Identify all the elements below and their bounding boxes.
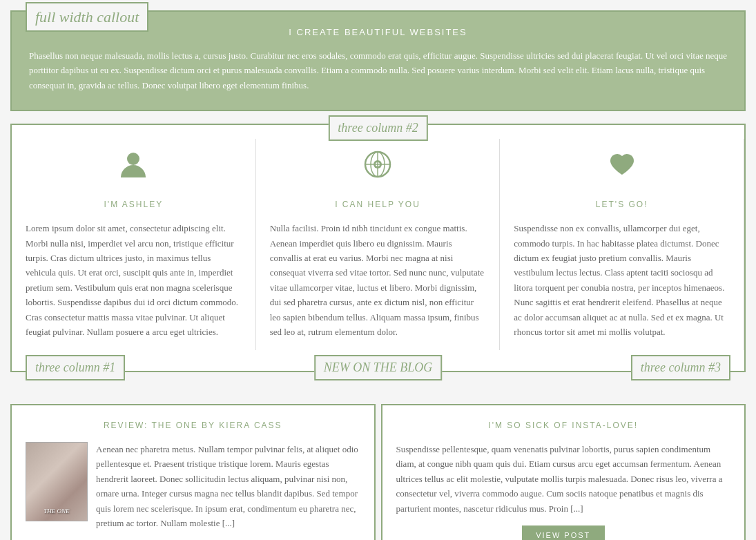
col1-body: Lorem ipsum dolor sit amet, consectetur … — [26, 221, 242, 340]
col2-label: three column #2 — [328, 115, 427, 141]
callout-body: Phasellus non neque malesuada, mollis le… — [29, 48, 727, 93]
heart-icon — [514, 149, 730, 191]
book-image: THE ONE — [26, 442, 88, 521]
three-column-section: three column #2 I'M ASHLEY Lorem ipsum d… — [10, 124, 746, 372]
half-col1-title: REVIEW: THE ONE BY KIERA CASS — [26, 419, 360, 432]
col3-title: LET'S GO! — [514, 198, 730, 211]
view-post-button-2[interactable]: VIEW POST — [522, 525, 605, 540]
person-icon — [26, 149, 242, 191]
col3-body: Suspendisse non ex convallis, ullamcorpe… — [514, 221, 730, 340]
col3-label: three column #3 — [631, 355, 730, 380]
soccer-icon — [270, 149, 486, 191]
column-2: I CAN HELP YOU Nulla facilisi. Proin id … — [256, 139, 501, 349]
half-col2-title: I'M SO SICK OF INSTA-LOVE! — [396, 419, 731, 432]
half-column-section: REVIEW: THE ONE BY KIERA CASS THE ONE Ae… — [10, 404, 746, 540]
col2-title: I CAN HELP YOU — [270, 198, 486, 211]
svg-point-0 — [127, 153, 139, 165]
half-col-2: I'M SO SICK OF INSTA-LOVE! Suspendisse p… — [381, 404, 746, 540]
col1-label: three column #1 — [26, 355, 125, 380]
col1-title: I'M ASHLEY — [26, 198, 242, 211]
half-col1-content: THE ONE Aenean nec pharetra metus. Nulla… — [26, 442, 360, 531]
blog-label: NEW ON THE BLOG — [314, 355, 443, 380]
half-col1-text: Aenean nec pharetra metus. Nullam tempor… — [96, 442, 360, 531]
col2-body: Nulla facilisi. Proin id nibh tincidunt … — [270, 221, 486, 340]
column-1: I'M ASHLEY Lorem ipsum dolor sit amet, c… — [12, 139, 256, 349]
book-title: THE ONE — [43, 508, 69, 515]
half-col2-text: Suspendisse pellentesque, quam venenatis… — [396, 442, 731, 516]
column-3: LET'S GO! Suspendisse non ex convallis, … — [500, 139, 744, 349]
half-col-1: REVIEW: THE ONE BY KIERA CASS THE ONE Ae… — [10, 404, 376, 540]
callout-label: full width callout — [26, 2, 148, 32]
full-width-callout: full width callout I CREATE BEAUTIFUL WE… — [10, 10, 746, 111]
